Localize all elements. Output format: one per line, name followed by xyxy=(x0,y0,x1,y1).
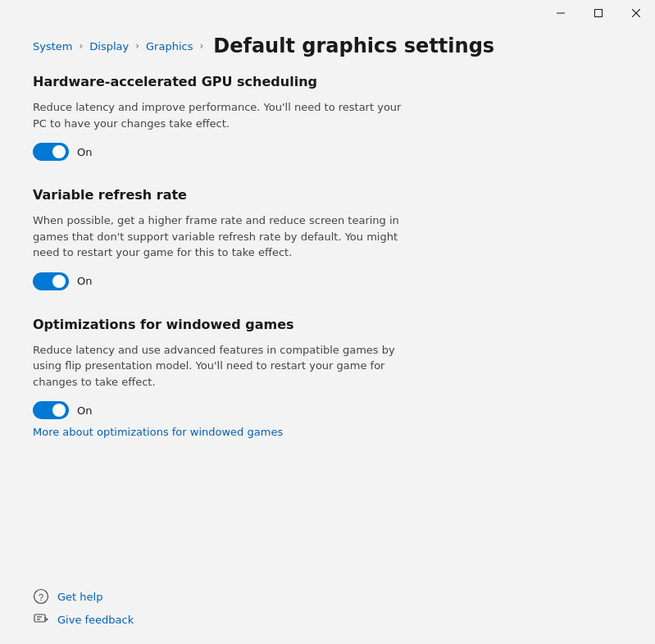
section-title-gpu-scheduling: Hardware-accelerated GPU scheduling xyxy=(33,74,622,89)
section-title-windowed-games: Optimizations for windowed games xyxy=(33,317,622,332)
section-gpu-scheduling: Hardware-accelerated GPU scheduling Redu… xyxy=(33,74,622,161)
get-help-icon: ? xyxy=(33,588,49,605)
section-description-variable-refresh-rate: When possible, get a higher frame rate a… xyxy=(33,212,402,261)
toggle-thumb-gpu-scheduling xyxy=(52,145,66,158)
breadcrumb-graphics[interactable]: Graphics xyxy=(146,40,193,53)
svg-text:?: ? xyxy=(39,592,43,602)
toggle-label-gpu-scheduling: On xyxy=(77,146,92,158)
give-feedback-link[interactable]: Give feedback xyxy=(33,611,622,628)
get-help-label: Get help xyxy=(57,591,102,603)
give-feedback-label: Give feedback xyxy=(57,614,134,626)
breadcrumb: System › Display › Graphics › Default gr… xyxy=(0,26,655,74)
svg-rect-6 xyxy=(34,614,45,622)
toggle-row-variable-refresh-rate: On xyxy=(33,272,622,290)
content-area: Hardware-accelerated GPU scheduling Redu… xyxy=(0,74,655,572)
svg-rect-1 xyxy=(595,10,603,17)
toggle-label-variable-refresh-rate: On xyxy=(77,275,92,287)
toggle-label-windowed-games: On xyxy=(77,404,92,417)
svg-rect-0 xyxy=(557,13,565,14)
toggle-thumb-variable-refresh-rate xyxy=(52,275,66,288)
windowed-games-link[interactable]: More about optimizations for windowed ga… xyxy=(33,426,283,438)
toggle-track-windowed-games xyxy=(33,401,69,419)
toggle-track-gpu-scheduling xyxy=(33,143,69,161)
minimize-button[interactable] xyxy=(542,0,580,26)
breadcrumb-separator-3: › xyxy=(199,40,203,52)
toggle-thumb-windowed-games xyxy=(52,404,66,417)
section-windowed-games: Optimizations for windowed games Reduce … xyxy=(33,317,622,440)
close-button[interactable] xyxy=(617,0,655,26)
toggle-row-windowed-games: On xyxy=(33,401,622,419)
section-title-variable-refresh-rate: Variable refresh rate xyxy=(33,187,622,203)
section-description-windowed-games: Reduce latency and use advanced features… xyxy=(33,342,402,391)
toggle-gpu-scheduling[interactable] xyxy=(33,143,69,161)
section-variable-refresh-rate: Variable refresh rate When possible, get… xyxy=(33,187,622,290)
toggle-row-gpu-scheduling: On xyxy=(33,143,622,161)
breadcrumb-separator-2: › xyxy=(135,40,139,52)
toggle-variable-refresh-rate[interactable] xyxy=(33,272,69,290)
toggle-track-variable-refresh-rate xyxy=(33,272,69,290)
page-title: Default graphics settings xyxy=(213,34,494,57)
footer: ? Get help Give feedback xyxy=(0,572,655,644)
title-bar xyxy=(0,0,655,26)
get-help-link[interactable]: ? Get help xyxy=(33,588,622,605)
settings-window: System › Display › Graphics › Default gr… xyxy=(0,0,655,644)
breadcrumb-system[interactable]: System xyxy=(33,40,72,53)
breadcrumb-separator-1: › xyxy=(79,40,83,52)
breadcrumb-display[interactable]: Display xyxy=(89,40,129,53)
maximize-button[interactable] xyxy=(580,0,617,26)
toggle-windowed-games[interactable] xyxy=(33,401,69,419)
give-feedback-icon xyxy=(33,611,49,628)
section-description-gpu-scheduling: Reduce latency and improve performance. … xyxy=(33,99,402,131)
